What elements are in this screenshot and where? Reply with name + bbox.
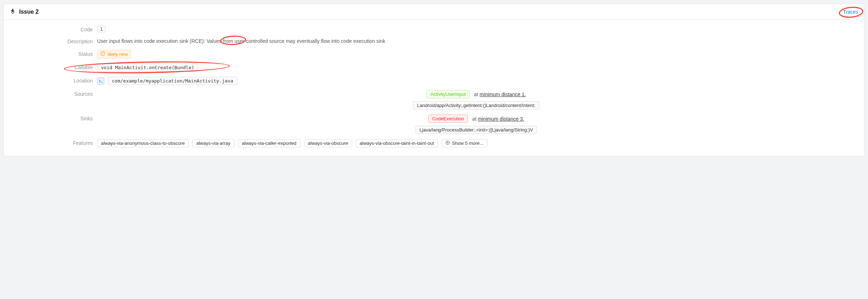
row-status: Status likely new [13, 50, 855, 58]
label-sinks: Sinks [13, 115, 97, 121]
status-badge: likely new [97, 50, 131, 58]
description-text: User input flows into code execution sin… [97, 37, 385, 45]
label-location: Location [13, 77, 97, 84]
value-callable: void MainActivit.onCreate(Bundle) [97, 63, 855, 72]
terminal-icon[interactable] [97, 77, 104, 85]
value-sinks: CodeExecution at minimum distance 3. Lja… [97, 115, 855, 134]
label-callable: Callable [13, 63, 97, 70]
issue-header: Issue 2 Traces [4, 4, 864, 20]
row-description: Description User input flows into code e… [13, 37, 855, 45]
value-location: com/example/myapplication/MainActivity.j… [97, 77, 855, 85]
traces-link[interactable]: Traces [843, 9, 858, 15]
label-code: Code [13, 26, 97, 32]
row-sources: Sources ActivityUserInput at minimum dis… [13, 90, 855, 110]
value-code: 1 [97, 26, 855, 32]
row-location: Location com/example/myapplication/MainA… [13, 77, 855, 85]
code-number: 1 [97, 26, 106, 32]
feature-tag[interactable]: always-via-anonymous-class-to-obscure [97, 139, 189, 147]
sink-trace: Ljava/lang/ProcessBuilder;.<init>:([Ljav… [416, 126, 537, 134]
fire-icon [10, 8, 16, 15]
feature-tag[interactable]: always-via-obscure [304, 139, 352, 147]
value-description: User input flows into code execution sin… [97, 37, 855, 45]
sink-at: at minimum distance 3. [472, 116, 524, 122]
row-code: Code 1 [13, 26, 855, 32]
show-more-button[interactable]: Show 5 more... [442, 139, 487, 147]
issue-title: Issue 2 [19, 9, 39, 15]
source-tag-row: ActivityUserInput at minimum distance 1. [426, 90, 526, 98]
location-path: com/example/myapplication/MainActivity.j… [108, 77, 237, 85]
value-features: always-via-anonymous-class-to-obscure al… [97, 139, 855, 147]
show-more-text: Show 5 more... [452, 140, 483, 146]
label-status: Status [13, 50, 97, 57]
source-at-prefix: at [474, 92, 480, 97]
sink-tag[interactable]: CodeExecution [428, 115, 468, 123]
source-trace: Landroid/app/Activity;.getIntent:()Landr… [413, 101, 539, 110]
callable-value: void MainActivit.onCreate(Bundle) [97, 63, 198, 72]
status-text: likely new [108, 52, 128, 57]
source-distance-link[interactable]: minimum distance 1. [479, 92, 526, 97]
sink-at-prefix: at [472, 116, 478, 122]
source-at: at minimum distance 1. [474, 92, 526, 97]
sink-distance-link[interactable]: minimum distance 3. [478, 116, 524, 122]
row-features: Features always-via-anonymous-class-to-o… [13, 139, 855, 147]
header-left: Issue 2 [10, 8, 39, 15]
value-status: likely new [97, 50, 855, 58]
label-sources: Sources [13, 90, 97, 97]
row-sinks: Sinks CodeExecution at minimum distance … [13, 115, 855, 134]
alert-circle-icon [100, 51, 105, 57]
feature-tag[interactable]: always-via-obscure-taint-in-taint-out [356, 139, 438, 147]
plus-circle-icon [446, 140, 450, 146]
row-callable: Callable void MainActivit.onCreate(Bundl… [13, 63, 855, 72]
label-features: Features [13, 139, 97, 146]
source-tag[interactable]: ActivityUserInput [426, 90, 470, 98]
issue-body: Code 1 Description User input flows into… [4, 20, 864, 156]
feature-tag[interactable]: always-via-array [192, 139, 234, 147]
feature-tag[interactable]: always-via-caller-exported [238, 139, 301, 147]
sink-tag-row: CodeExecution at minimum distance 3. [428, 115, 524, 123]
traces-link-text: Traces [843, 9, 858, 15]
value-sources: ActivityUserInput at minimum distance 1.… [97, 90, 855, 110]
svg-point-2 [103, 55, 103, 55]
issue-panel: Issue 2 Traces Code 1 Description User i… [4, 4, 864, 156]
label-description: Description [13, 37, 97, 44]
